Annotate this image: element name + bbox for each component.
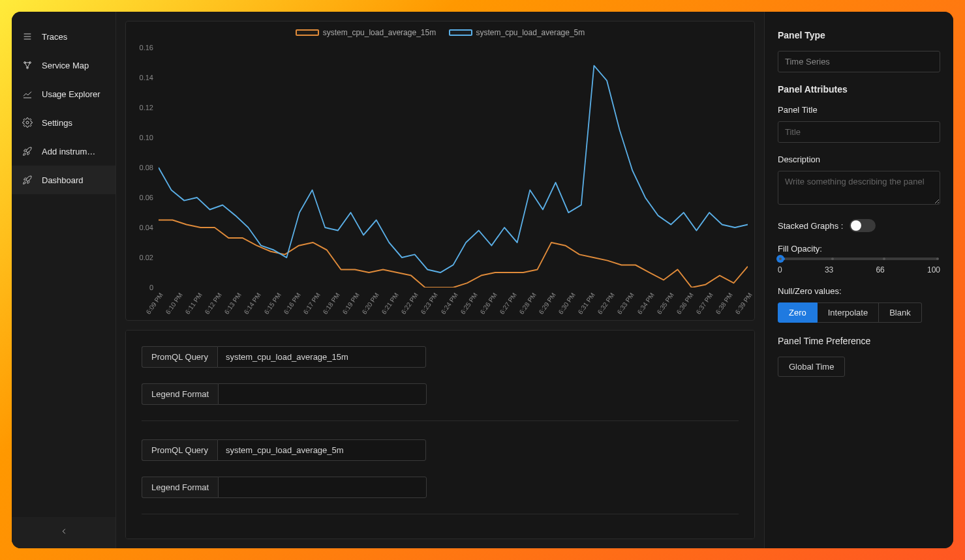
- rocket-icon: [22, 175, 33, 185]
- chart-panel: system_cpu_load_average_15m system_cpu_l…: [125, 21, 755, 321]
- sidebar-collapse-button[interactable]: [12, 517, 115, 548]
- x-tick-label: 6:21 PM: [380, 291, 400, 316]
- legend-label: system_cpu_load_average_15m: [323, 28, 436, 37]
- x-tick-label: 6:15 PM: [262, 291, 282, 316]
- y-tick-label: 0.12: [140, 104, 153, 111]
- chart-icon: [22, 89, 33, 99]
- y-tick-label: 0: [149, 284, 153, 291]
- x-tick-label: 6:16 PM: [282, 291, 301, 316]
- x-tick-label: 6:34 PM: [636, 291, 655, 316]
- x-tick-label: 6:25 PM: [459, 291, 478, 316]
- description-label: Description: [778, 155, 940, 164]
- x-tick-label: 6:13 PM: [223, 291, 243, 316]
- legend-swatch-blue: [449, 29, 472, 36]
- slider-mark-label: 0: [778, 265, 782, 274]
- null-zero-option-blank[interactable]: Blank: [879, 302, 922, 323]
- fill-opacity-slider-labels: 0 33 66 100: [778, 265, 940, 274]
- panel-type-select[interactable]: [778, 51, 940, 72]
- null-zero-button-group: Zero Interpolate Blank: [778, 302, 940, 323]
- x-tick-label: 6:22 PM: [400, 291, 420, 316]
- x-tick-label: 6:36 PM: [675, 291, 694, 316]
- fill-opacity-slider[interactable]: [780, 258, 938, 260]
- chart-series-line: [159, 66, 748, 273]
- x-tick-label: 6:29 PM: [538, 291, 557, 316]
- x-tick-label: 6:33 PM: [616, 291, 636, 316]
- time-preference-label: Panel Time Preference: [778, 336, 940, 346]
- x-tick-label: 6:37 PM: [694, 291, 714, 316]
- slider-mark-label: 100: [927, 265, 940, 274]
- legend-swatch-orange: [296, 29, 319, 36]
- legend-format-label: Legend Format: [142, 383, 218, 405]
- sidebar-item-label: Service Map: [42, 61, 89, 70]
- x-tick-label: 6:35 PM: [655, 291, 675, 316]
- legend-item[interactable]: system_cpu_load_average_5m: [449, 28, 585, 37]
- null-zero-option-interpolate[interactable]: Interpolate: [818, 302, 879, 323]
- sidebar-item-add-instrumentation[interactable]: Add instrum…: [12, 137, 115, 166]
- x-axis: 6:09 PM6:10 PM6:11 PM6:12 PM6:13 PM6:14 …: [159, 287, 748, 320]
- plot-area[interactable]: [159, 48, 748, 287]
- chart-svg: [159, 48, 748, 287]
- panel-attributes-heading: Panel Attributes: [778, 84, 940, 95]
- x-tick-label: 6:10 PM: [164, 291, 184, 316]
- sidebar-item-label: Dashboard: [42, 175, 84, 185]
- sidebar-item-service-map[interactable]: Service Map: [12, 51, 115, 80]
- y-tick-label: 0.06: [140, 194, 153, 201]
- config-panel: Panel Type Panel Attributes Panel Title …: [764, 12, 953, 548]
- panel-title-input[interactable]: [778, 121, 940, 143]
- promql-query-label: PromQL Query: [142, 439, 217, 461]
- x-tick-label: 6:17 PM: [301, 291, 321, 316]
- fill-opacity-label: Fill Opacity:: [778, 244, 940, 254]
- sidebar-item-usage-explorer[interactable]: Usage Explorer: [12, 80, 115, 108]
- x-tick-label: 6:24 PM: [439, 291, 459, 316]
- svg-line-7: [25, 63, 27, 68]
- x-tick-label: 6:23 PM: [420, 291, 439, 316]
- svg-point-10: [26, 121, 29, 124]
- gear-icon: [22, 117, 33, 128]
- network-icon: [22, 60, 33, 70]
- null-zero-option-zero[interactable]: Zero: [778, 302, 818, 323]
- x-tick-label: 6:26 PM: [478, 291, 498, 316]
- promql-query-input[interactable]: [217, 439, 426, 461]
- y-tick-label: 0.10: [140, 134, 153, 141]
- promql-query-label: PromQL Query: [142, 346, 217, 368]
- sidebar-item-label: Traces: [42, 32, 67, 42]
- sidebar-item-label: Add instrum…: [42, 147, 95, 156]
- description-textarea[interactable]: [778, 171, 940, 205]
- x-tick-label: 6:30 PM: [557, 291, 577, 316]
- x-tick-label: 6:18 PM: [322, 291, 341, 316]
- x-tick-label: 6:14 PM: [243, 291, 262, 316]
- x-tick-label: 6:19 PM: [341, 291, 361, 316]
- legend-format-input[interactable]: [218, 383, 427, 405]
- svg-line-8: [27, 63, 30, 68]
- legend-label: system_cpu_load_average_5m: [476, 28, 585, 37]
- x-tick-label: 6:39 PM: [734, 291, 754, 316]
- promql-query-input[interactable]: [217, 346, 426, 368]
- legend-format-input[interactable]: [218, 477, 427, 498]
- sidebar-item-label: Usage Explorer: [42, 89, 100, 99]
- global-time-button[interactable]: Global Time: [778, 357, 845, 377]
- slider-mark-label: 66: [876, 265, 884, 274]
- chevron-left-icon: [59, 527, 69, 538]
- y-tick-label: 0.16: [140, 44, 153, 52]
- x-tick-label: 6:28 PM: [518, 291, 538, 316]
- sidebar-item-traces[interactable]: Traces: [12, 22, 115, 51]
- chart-series-line: [159, 220, 748, 287]
- sidebar-item-label: Settings: [42, 118, 72, 128]
- sidebar-item-dashboard[interactable]: Dashboard: [12, 166, 115, 194]
- y-tick-label: 0.14: [140, 74, 153, 81]
- x-tick-label: 6:12 PM: [204, 291, 223, 316]
- y-axis: 00.020.040.060.080.100.120.140.16: [126, 48, 157, 287]
- slider-mark-label: 33: [825, 265, 833, 274]
- x-tick-label: 6:31 PM: [577, 291, 596, 316]
- list-icon: [22, 31, 33, 42]
- chart-legend: system_cpu_load_average_15m system_cpu_l…: [126, 22, 754, 40]
- y-tick-label: 0.08: [140, 164, 153, 171]
- panel-title-label: Panel Title: [778, 105, 940, 115]
- query-panel: PromQL QueryLegend FormatPromQL QueryLeg…: [125, 330, 755, 539]
- legend-item[interactable]: system_cpu_load_average_15m: [296, 28, 436, 37]
- panel-type-heading: Panel Type: [778, 30, 940, 40]
- sidebar-item-settings[interactable]: Settings: [12, 108, 115, 137]
- y-tick-label: 0.04: [140, 224, 153, 231]
- x-tick-label: 6:27 PM: [498, 291, 517, 316]
- stacked-graphs-toggle[interactable]: [850, 219, 876, 232]
